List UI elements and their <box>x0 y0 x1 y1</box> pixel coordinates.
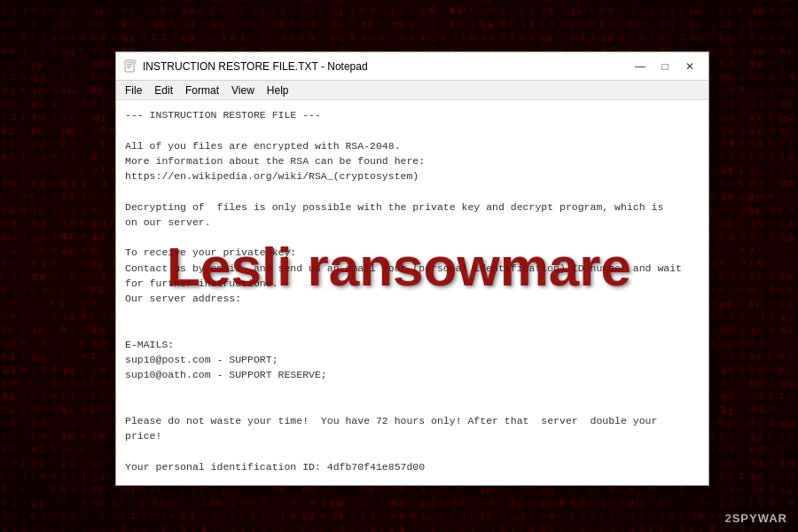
menu-file[interactable]: File <box>120 82 147 98</box>
window-title: INSTRUCTION RESTORE FILE.TXT - Notepad <box>143 60 368 73</box>
menu-edit[interactable]: Edit <box>149 82 178 98</box>
title-bar-controls: — □ ✕ <box>629 58 701 75</box>
watermark-num: 2 <box>724 512 732 525</box>
notepad-icon <box>123 59 137 74</box>
notepad-window: INSTRUCTION RESTORE FILE.TXT - Notepad —… <box>115 51 709 486</box>
spywar-watermark: 2SPYWAR <box>724 512 787 525</box>
menu-view[interactable]: View <box>226 82 260 98</box>
minimize-button[interactable]: — <box>629 58 652 75</box>
title-bar-left: INSTRUCTION RESTORE FILE.TXT - Notepad <box>123 59 368 74</box>
menu-help[interactable]: Help <box>262 82 294 98</box>
title-bar: INSTRUCTION RESTORE FILE.TXT - Notepad —… <box>116 52 708 81</box>
close-button[interactable]: ✕ <box>678 58 701 75</box>
menu-format[interactable]: Format <box>180 82 224 98</box>
notepad-text-content: --- INSTRUCTION RESTORE FILE --- All of … <box>125 107 700 485</box>
svg-rect-3 <box>127 66 132 66</box>
notepad-text-area[interactable]: --- INSTRUCTION RESTORE FILE --- All of … <box>116 100 708 485</box>
watermark-text: SPYWAR <box>732 512 787 525</box>
maximize-button[interactable]: □ <box>653 58 677 75</box>
menu-bar: File Edit Format View Help <box>116 81 708 100</box>
svg-rect-4 <box>127 67 130 68</box>
